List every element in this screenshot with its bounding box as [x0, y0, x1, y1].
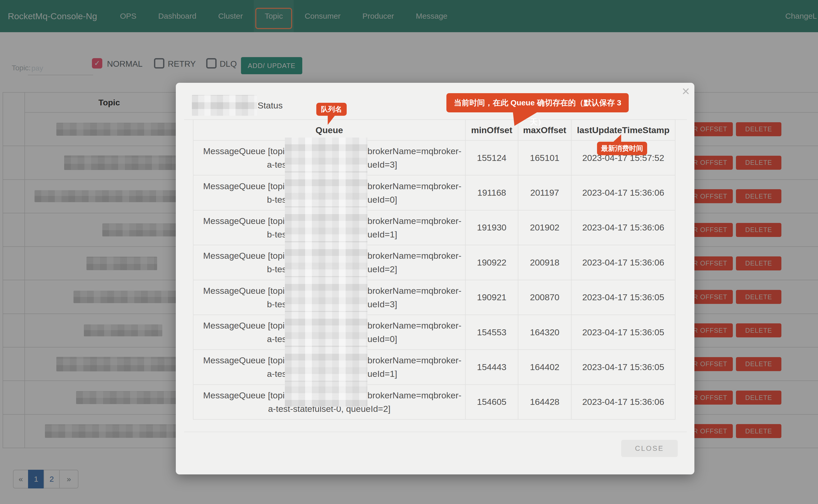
- min-offset-cell: 154605: [466, 385, 518, 419]
- max-offset-cell: 200870: [518, 280, 572, 315]
- queue-table-row: MessageQueue [topicbrokerName=mqbroker-b…: [193, 280, 675, 315]
- queue-text-prefix: MessageQueue [topic: [193, 284, 289, 297]
- queue-table-body: MessageQueue [topicbrokerName=mqbroker-a…: [193, 141, 675, 419]
- queue-status-table: Queue minOffset maxOffset lastUpdateTime…: [193, 119, 675, 420]
- min-offset-cell: 191930: [466, 210, 518, 245]
- queue-text-line2-left: b-test: [193, 297, 289, 311]
- queue-table-row: MessageQueue [topicbrokerName=mqbroker-a…: [193, 350, 675, 385]
- queue-text-suffix: brokerName=mqbroker-: [367, 214, 465, 228]
- last-update-cell: 2023-04-17 15:36:05: [572, 280, 675, 315]
- queue-text-prefix: MessageQueue [topic: [193, 249, 289, 262]
- queue-text-suffix: brokerName=mqbroker-: [367, 249, 465, 262]
- max-offset-cell: 164320: [518, 315, 572, 349]
- queue-text-line2-left: a-test: [193, 367, 289, 380]
- queue-text-line2-left: a-test: [193, 158, 289, 171]
- censored-queue-name: [285, 172, 367, 213]
- close-button[interactable]: CLOSE: [621, 440, 678, 457]
- queue-text-prefix: MessageQueue [topic: [193, 353, 289, 367]
- queue-text-line2-right: ueId=2]: [367, 262, 465, 276]
- queue-text-prefix: MessageQueue [topic: [193, 389, 289, 402]
- last-update-cell: 2023-04-17 15:36:06: [572, 245, 675, 280]
- min-offset-column-header: minOffset: [466, 120, 518, 140]
- queue-text-line2-right: ueId=3]: [367, 297, 465, 311]
- queue-text-prefix: MessageQueue [topic: [193, 319, 289, 332]
- queue-table-row: MessageQueue [topicbrokerName=mqbroker-a…: [193, 385, 675, 419]
- queue-table-row: MessageQueue [topicbrokerName=mqbroker-a…: [193, 315, 675, 350]
- censored-queue-name: [285, 347, 367, 387]
- min-offset-cell: 190921: [466, 280, 518, 315]
- max-offset-cell: 201902: [518, 210, 572, 245]
- queue-cell: MessageQueue [topicbrokerName=mqbroker-a…: [193, 385, 466, 419]
- queue-table-row: MessageQueue [topicbrokerName=mqbroker-b…: [193, 245, 675, 280]
- queue-table-row: MessageQueue [topicbrokerName=mqbroker-b…: [193, 210, 675, 245]
- queue-text-prefix: MessageQueue [topic: [193, 144, 289, 158]
- queue-name-tooltip: 队列名: [316, 103, 347, 116]
- censored-topic-name: [192, 95, 257, 116]
- censored-queue-name: [285, 277, 367, 318]
- footer-divider: [184, 432, 687, 432]
- queue-cell: MessageQueue [topicbrokerName=mqbroker-a…: [193, 141, 466, 175]
- max-offset-cell: 201197: [518, 175, 572, 210]
- queue-text-line2-right: ueId=1]: [367, 367, 465, 380]
- last-consume-time-tooltip-tail: [613, 134, 621, 142]
- retention-tooltip-tail: [513, 112, 538, 126]
- min-offset-cell: 154553: [466, 315, 518, 349]
- queue-cell: MessageQueue [topicbrokerName=mqbroker-b…: [193, 175, 466, 210]
- queue-text-line2-left: b-test: [193, 228, 289, 241]
- queue-text-suffix: brokerName=mqbroker-: [367, 284, 465, 297]
- queue-text-suffix: brokerName=mqbroker-: [367, 144, 465, 158]
- queue-cell: MessageQueue [topicbrokerName=mqbroker-b…: [193, 210, 466, 245]
- queue-table-row: MessageQueue [topicbrokerName=mqbroker-b…: [193, 175, 675, 210]
- last-update-cell: 2023-04-17 15:36:06: [572, 385, 675, 419]
- queue-text-line2-left: a-test: [193, 332, 289, 346]
- queue-text-line2-left: b-test: [193, 193, 289, 206]
- queue-name-tooltip-tail: [328, 115, 335, 125]
- queue-text-suffix: brokerName=mqbroker-: [367, 353, 465, 367]
- last-update-column-header: lastUpdateTimeStamp: [572, 120, 675, 140]
- censored-queue-name: [285, 207, 367, 248]
- last-consume-time-tooltip: 最新消费时间: [597, 142, 647, 155]
- censored-queue-name: [285, 312, 367, 352]
- max-offset-cell: 165101: [518, 141, 572, 175]
- last-update-cell: 2023-04-17 15:36:05: [572, 315, 675, 349]
- max-offset-cell: 164402: [518, 350, 572, 384]
- queue-text-prefix: MessageQueue [topic: [193, 214, 289, 228]
- last-update-cell: 2023-04-17 15:36:06: [572, 175, 675, 210]
- rocketmq-console-screen: RocketMq-Console-Ng OPSDashboardClusterT…: [0, 0, 818, 504]
- queue-text-line2-left: b-test: [193, 262, 289, 276]
- queue-text-line2-right: ueId=0]: [367, 193, 465, 206]
- queue-cell: MessageQueue [topicbrokerName=mqbroker-a…: [193, 350, 466, 384]
- censored-queue-name: [285, 138, 367, 178]
- max-offset-cell: 200918: [518, 245, 572, 280]
- queue-text-line2-right: ueId=1]: [367, 228, 465, 241]
- min-offset-cell: 155124: [466, 141, 518, 175]
- censored-queue-name: [285, 242, 367, 283]
- queue-cell: MessageQueue [topicbrokerName=mqbroker-b…: [193, 245, 466, 280]
- queue-text-prefix: MessageQueue [topic: [193, 179, 289, 193]
- modal-title: Status: [258, 95, 282, 116]
- queue-text-suffix: brokerName=mqbroker-: [367, 179, 465, 193]
- min-offset-cell: 190922: [466, 245, 518, 280]
- queue-text-suffix: brokerName=mqbroker-: [367, 389, 465, 402]
- retention-tooltip: 当前时间，在此 Queue 确切存在的（默认保存 3 天）: [447, 93, 629, 112]
- censored-queue-name: [285, 382, 367, 407]
- max-offset-cell: 164428: [518, 385, 572, 419]
- queue-text-line2-right: ueId=3]: [367, 158, 465, 171]
- queue-cell: MessageQueue [topicbrokerName=mqbroker-b…: [193, 280, 466, 315]
- min-offset-cell: 191168: [466, 175, 518, 210]
- min-offset-cell: 154443: [466, 350, 518, 384]
- queue-cell: MessageQueue [topicbrokerName=mqbroker-a…: [193, 315, 466, 349]
- queue-table-header-row: Queue minOffset maxOffset lastUpdateTime…: [193, 120, 675, 141]
- close-icon[interactable]: ×: [682, 83, 690, 99]
- topic-status-modal: × Status Queue minOffset maxOffset lastU…: [176, 83, 694, 474]
- queue-text-suffix: brokerName=mqbroker-: [367, 319, 465, 332]
- last-update-cell: 2023-04-17 15:36:05: [572, 350, 675, 384]
- last-update-cell: 2023-04-17 15:36:06: [572, 210, 675, 245]
- queue-text-line2-right: ueId=0]: [367, 332, 465, 346]
